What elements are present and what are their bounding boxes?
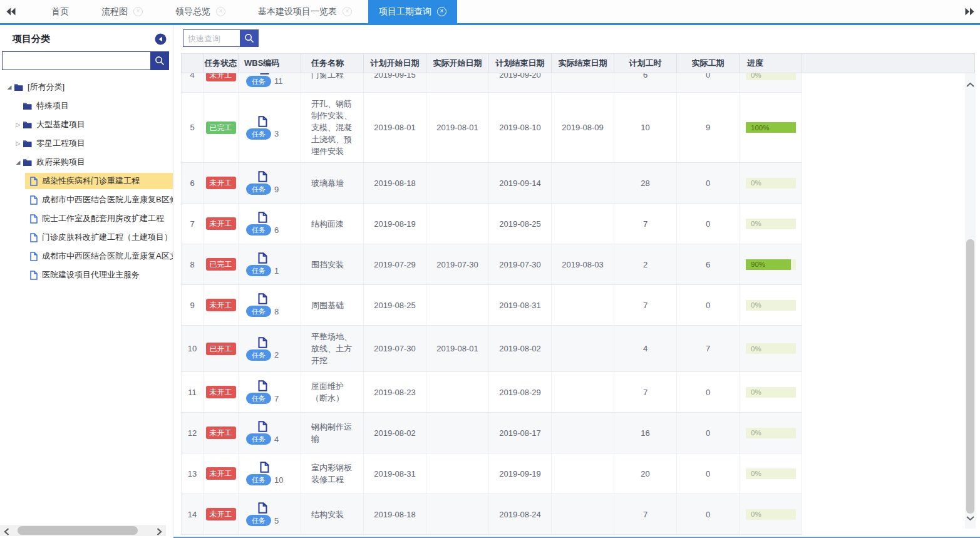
tree-item-7[interactable]: 院士工作室及配套用房改扩建工程 bbox=[0, 209, 173, 228]
plan-end-date: 2019-08-25 bbox=[489, 204, 552, 244]
task-badge: 任务 bbox=[246, 128, 271, 140]
table-row[interactable]: 7未开工任务6结构面漆2019-08-192019-08-25700% bbox=[181, 204, 802, 244]
table-row[interactable]: 12未开工任务4钢构制作运输2019-08-022019-08-171600% bbox=[181, 413, 802, 453]
tab-close-icon[interactable]: × bbox=[216, 7, 225, 16]
actual-end-date bbox=[552, 73, 614, 93]
task-file-icon bbox=[258, 421, 267, 432]
status-cell: 已完工 bbox=[204, 93, 239, 162]
header-cell-plan-hours[interactable]: 计划工时 bbox=[614, 54, 677, 73]
tab-close-icon[interactable]: × bbox=[133, 7, 143, 16]
table-vscrollbar[interactable] bbox=[965, 73, 976, 529]
plan-hours: 7 bbox=[614, 285, 677, 325]
tree-item-label: 零星工程项目 bbox=[36, 138, 85, 149]
header-cell-actual-start[interactable]: 实际开始日期 bbox=[426, 54, 489, 73]
sidebar-search-button[interactable] bbox=[150, 52, 168, 70]
tree-item-10[interactable]: 医院建设项目代理业主服务 bbox=[0, 266, 173, 284]
header-cell-plan-start[interactable]: 计划开始日期 bbox=[364, 54, 426, 73]
tree-item-0[interactable]: ◢[所有分类] bbox=[0, 78, 173, 96]
expand-icon[interactable]: ◢ bbox=[5, 84, 14, 90]
table-row[interactable]: 10已开工任务2平整场地、放线、土方开挖2019-07-302019-08-01… bbox=[181, 326, 802, 372]
actual-duration: 0 bbox=[677, 413, 740, 453]
tab-close-icon[interactable]: × bbox=[343, 7, 352, 16]
status-badge: 已开工 bbox=[206, 343, 236, 355]
actual-duration: 6 bbox=[677, 244, 740, 284]
expand-icon[interactable]: ◢ bbox=[14, 159, 23, 165]
expand-icon[interactable]: ▷ bbox=[14, 140, 23, 147]
task-badge: 任务 bbox=[246, 515, 271, 526]
table-row[interactable]: 5已完工任务3开孔、钢筋制作安装、支模、混凝土浇筑、预埋件安装2019-08-0… bbox=[181, 93, 802, 163]
project-tree: ◢[所有分类]特殊项目▷大型基建项目▷零星工程项目◢政府采购项目感染性疾病科门诊… bbox=[0, 78, 173, 284]
table-row[interactable]: 9未开工任务8周围基础2019-08-252019-08-31700% bbox=[181, 285, 802, 326]
table-row[interactable]: 6未开工任务9玻璃幕墙2019-08-182019-09-142800% bbox=[181, 163, 802, 204]
table-row[interactable]: 11未开工任务7屋面维护（断水）2019-08-232019-08-29700% bbox=[181, 372, 802, 413]
plan-end-date: 2019-08-10 bbox=[489, 93, 552, 162]
actual-start-date bbox=[426, 413, 489, 453]
wbs-cell: 任务5 bbox=[239, 494, 301, 534]
quick-search-input[interactable] bbox=[183, 30, 240, 46]
sidebar: 项目分类 ◢[所有分类]特殊项目▷大型基建项目▷零星工程项目◢政府采购项目感染性… bbox=[0, 25, 173, 538]
header-cell-actual-end[interactable]: 实际结束日期 bbox=[552, 54, 614, 73]
tree-item-1[interactable]: 特殊项目 bbox=[0, 96, 173, 115]
table-row[interactable]: 4未开工任务11门窗工程2019-09-152019-09-20600% bbox=[181, 73, 802, 93]
header-cell-row-number[interactable] bbox=[182, 54, 204, 73]
header-cell-actual-duration[interactable]: 实际工期 bbox=[677, 54, 740, 73]
tree-item-content: 感染性疾病科门诊重建工程 bbox=[25, 173, 173, 189]
scroll-down-icon[interactable] bbox=[966, 512, 974, 524]
header-cell-task-name[interactable]: 任务名称 bbox=[301, 54, 364, 73]
expand-icon[interactable]: ▷ bbox=[14, 122, 23, 128]
file-icon bbox=[30, 177, 38, 186]
scroll-right-icon[interactable] bbox=[157, 527, 162, 538]
sidebar-collapse-button[interactable] bbox=[155, 33, 167, 45]
header-cell-progress[interactable]: 进度 bbox=[740, 54, 802, 73]
task-file-icon bbox=[258, 502, 267, 514]
quick-search-button[interactable] bbox=[240, 30, 258, 46]
row-number: 8 bbox=[182, 244, 204, 284]
task-name: 结构安装 bbox=[301, 494, 364, 534]
wbs-line: 任务1 bbox=[246, 265, 279, 276]
tab-4[interactable]: 基本建设项目一览表× bbox=[242, 0, 368, 23]
tree-hscrollbar[interactable] bbox=[0, 525, 166, 536]
plan-start-date: 2019-08-25 bbox=[364, 285, 426, 325]
header-cell-task-status[interactable]: 任务状态 bbox=[204, 54, 239, 73]
folder-icon bbox=[23, 102, 32, 110]
actual-start-date: 2019-08-01 bbox=[426, 93, 489, 162]
table-row[interactable]: 14未开工任务5结构安装2019-08-182019-08-24700% bbox=[181, 494, 802, 535]
tab-5[interactable]: 项目工期查询× bbox=[368, 0, 457, 23]
vscroll-thumb[interactable] bbox=[966, 239, 974, 514]
tree-item-6[interactable]: 成都市中西医结合医院儿童康复B区修缮 bbox=[0, 190, 173, 209]
tree-item-2[interactable]: ▷大型基建项目 bbox=[0, 115, 173, 134]
plan-start-date: 2019-08-31 bbox=[364, 453, 426, 494]
tree-item-5[interactable]: 感染性疾病科门诊重建工程 bbox=[0, 172, 173, 190]
sidebar-search bbox=[2, 51, 169, 70]
actual-duration: 9 bbox=[677, 93, 740, 162]
tab-2[interactable]: 流程图× bbox=[85, 0, 159, 23]
plan-hours: 2 bbox=[614, 244, 677, 284]
status-badge: 已完工 bbox=[206, 122, 236, 134]
header-cell-plan-end[interactable]: 计划结束日期 bbox=[489, 54, 552, 73]
actual-start-date: 2019-07-30 bbox=[426, 244, 489, 284]
table-row[interactable]: 13未开工任务10室内彩钢板装修工程2019-08-312019-09-1920… bbox=[181, 453, 802, 494]
tree-item-content: 成都市中西医结合医院儿童康复A区文化 bbox=[25, 248, 173, 264]
wbs-cell: 任务8 bbox=[239, 285, 301, 325]
tab-1[interactable]: 首页 bbox=[35, 0, 85, 23]
tree-item-8[interactable]: 门诊皮肤科改扩建工程（土建项目） bbox=[0, 228, 173, 247]
scroll-up-icon[interactable] bbox=[966, 78, 974, 90]
tree-item-content: [所有分类] bbox=[14, 79, 173, 95]
scroll-tabs-right-icon[interactable] bbox=[959, 0, 980, 23]
scroll-tabs-left-icon[interactable] bbox=[0, 0, 21, 23]
wbs-number: 5 bbox=[274, 516, 279, 525]
row-number: 13 bbox=[182, 453, 204, 494]
tab-close-icon[interactable]: × bbox=[437, 7, 446, 16]
scroll-left-icon[interactable] bbox=[4, 527, 9, 538]
sidebar-search-input[interactable] bbox=[3, 52, 150, 70]
hscroll-thumb[interactable] bbox=[18, 526, 138, 535]
progress-cell: 0% bbox=[740, 413, 802, 453]
header-cell-wbs-code[interactable]: WBS编码 bbox=[239, 54, 301, 73]
tab-3[interactable]: 领导总览× bbox=[159, 0, 242, 23]
tree-item-4[interactable]: ◢政府采购项目 bbox=[0, 153, 173, 172]
actual-duration: 0 bbox=[677, 285, 740, 325]
tree-item-9[interactable]: 成都市中西医结合医院儿童康复A区文化 bbox=[0, 247, 173, 266]
progress-bar: 0% bbox=[746, 428, 796, 438]
tree-item-3[interactable]: ▷零星工程项目 bbox=[0, 134, 173, 153]
table-row[interactable]: 8已完工任务1围挡安装2019-07-292019-07-302019-07-3… bbox=[181, 244, 802, 285]
